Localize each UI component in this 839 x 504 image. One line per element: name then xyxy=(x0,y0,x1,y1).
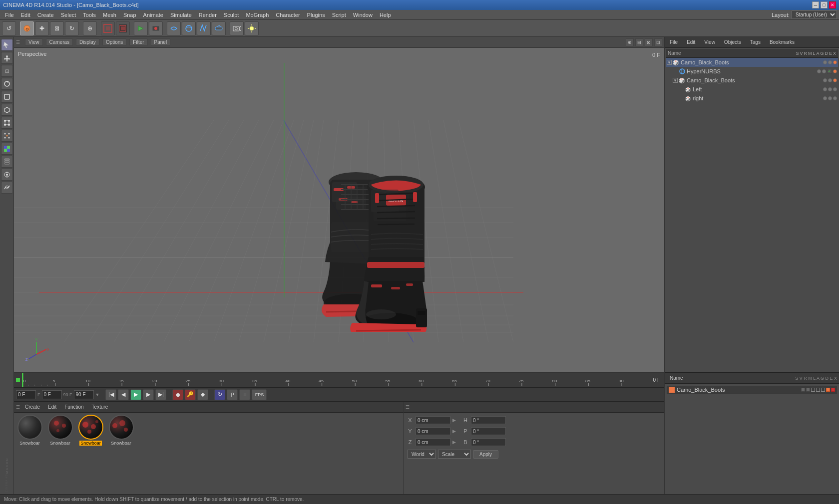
menu-render[interactable]: Render xyxy=(196,11,220,19)
mat-function-menu[interactable]: Function xyxy=(61,404,86,410)
viewport-panel-menu[interactable]: Panel xyxy=(151,38,171,46)
viewport-options-menu[interactable]: Options xyxy=(102,38,126,46)
coord-x-input[interactable] xyxy=(416,416,450,424)
viewport-filter-menu[interactable]: Filter xyxy=(129,38,147,46)
viewport[interactable]: Perspective Y X Z 0 F xyxy=(14,48,664,372)
mat-edit-menu[interactable]: Edit xyxy=(45,404,59,410)
menu-mograph[interactable]: MoGraph xyxy=(243,11,272,19)
sidebar-polygon-mode[interactable] xyxy=(1,104,13,116)
end-frame-input[interactable] xyxy=(74,390,94,399)
sidebar-sculpt[interactable] xyxy=(1,182,13,194)
tool-deformer[interactable] xyxy=(212,21,226,35)
timeline-mode-button[interactable]: ≡ xyxy=(239,389,250,400)
record-button[interactable]: ⏺ xyxy=(172,389,183,400)
add-object-button[interactable]: ⊕ xyxy=(83,21,97,35)
tool-spline[interactable] xyxy=(182,21,196,35)
anim-tool2[interactable] xyxy=(149,21,163,35)
menu-tools[interactable]: Tools xyxy=(80,11,99,19)
coord-b-input[interactable] xyxy=(471,438,506,446)
menu-sculpt[interactable]: Sculpt xyxy=(221,11,242,19)
om-expand-camo-boots-sub[interactable]: ▼ xyxy=(673,78,678,83)
sidebar-scale-tool[interactable]: ⊡ xyxy=(1,65,13,77)
material-swatch-1[interactable]: Snowboar xyxy=(16,415,43,492)
om-check-hn[interactable]: ✓ xyxy=(827,69,832,74)
move-button[interactable]: ✚ xyxy=(35,21,49,35)
viewport-icon-1[interactable]: ⊕ xyxy=(626,38,634,46)
menu-plugins[interactable]: Plugins xyxy=(304,11,328,19)
tool-deform[interactable] xyxy=(167,21,181,35)
sidebar-rotate-tool[interactable] xyxy=(1,78,13,90)
viewport-icon-4[interactable]: ⊡ xyxy=(654,38,662,46)
sidebar-move-tool[interactable] xyxy=(1,52,13,64)
menu-file[interactable]: File xyxy=(2,11,17,19)
loop-mode-button[interactable]: ↻ xyxy=(214,389,225,400)
viewport-view-menu[interactable]: View xyxy=(25,38,43,46)
menu-snap[interactable]: Snap xyxy=(120,11,139,19)
viewport-icon-3[interactable]: ⊠ xyxy=(645,38,653,46)
autokey-button[interactable]: 🔑 xyxy=(185,389,196,400)
close-button[interactable]: ✕ xyxy=(829,1,836,8)
coord-z-arrow[interactable]: ▶ xyxy=(452,440,456,445)
material-swatch-4[interactable]: Snowboar xyxy=(107,415,135,492)
anim-tool1[interactable] xyxy=(134,21,148,35)
om-row-camo-boots-root[interactable]: ▼ 🎲 Camo_Black_Boots xyxy=(666,58,838,67)
sidebar-texture[interactable] xyxy=(1,143,13,155)
om-edit-menu[interactable]: Edit xyxy=(684,39,698,45)
menu-mesh[interactable]: Mesh xyxy=(100,11,119,19)
menu-script[interactable]: Script xyxy=(329,11,349,19)
om-row-hypernurbs[interactable]: HyperNURBS ✓ xyxy=(666,67,838,76)
menu-create[interactable]: Create xyxy=(34,11,57,19)
current-frame-input[interactable] xyxy=(16,390,36,399)
minimize-button[interactable]: ─ xyxy=(812,1,819,8)
sidebar-edge-mode[interactable] xyxy=(1,117,13,129)
sidebar-layers[interactable] xyxy=(1,156,13,168)
om-row-right[interactable]: 🎲 right xyxy=(666,94,838,103)
coord-y-arrow[interactable]: ▶ xyxy=(452,429,456,434)
step-back-button[interactable]: ◀ xyxy=(118,389,129,400)
undo-button[interactable]: ↺ xyxy=(2,21,16,35)
menu-select[interactable]: Select xyxy=(58,11,79,19)
sidebar-object-mode[interactable] xyxy=(1,91,13,103)
coord-p-input[interactable] xyxy=(471,427,506,435)
menu-animate[interactable]: Animate xyxy=(140,11,166,19)
om-expand-camo-boots-root[interactable]: ▼ xyxy=(667,60,672,65)
viewport-icon-2[interactable]: ⊟ xyxy=(635,38,643,46)
select-mode-button[interactable]: ⊙ xyxy=(20,21,34,35)
fps-button[interactable]: FPS xyxy=(252,389,267,400)
timeline-ruler[interactable]: 0 5 10 15 20 25 30 35 xyxy=(14,373,664,388)
motion-system-button[interactable]: P xyxy=(227,389,238,400)
rotate-button[interactable]: ↻ xyxy=(65,21,79,35)
coord-x-arrow[interactable]: ▶ xyxy=(452,418,456,423)
viewport-display-menu[interactable]: Display xyxy=(76,38,99,46)
om-tags-menu[interactable]: Tags xyxy=(747,39,764,45)
menu-edit[interactable]: Edit xyxy=(18,11,33,19)
tool-light[interactable] xyxy=(245,21,259,35)
om-objects-menu[interactable]: Objects xyxy=(721,39,744,45)
viewport-cameras-menu[interactable]: Cameras xyxy=(46,38,73,46)
scale-button[interactable]: ⊠ xyxy=(50,21,64,35)
step-forward-button[interactable]: ▶ xyxy=(143,389,154,400)
coord-h-input[interactable] xyxy=(471,416,506,424)
maximize-button[interactable]: □ xyxy=(821,1,828,8)
om-view-menu[interactable]: View xyxy=(701,39,718,45)
coord-z-input[interactable] xyxy=(416,438,450,446)
material-swatch-3[interactable]: Snowboar xyxy=(77,415,104,492)
render-active[interactable] xyxy=(116,21,130,35)
sidebar-pointer-tool[interactable] xyxy=(1,39,13,51)
tool-camera[interactable] xyxy=(230,21,244,35)
mat-texture-menu[interactable]: Texture xyxy=(89,404,111,410)
menu-character[interactable]: Character xyxy=(273,11,303,19)
sidebar-point-mode[interactable] xyxy=(1,130,13,142)
goto-start-button[interactable]: |◀ xyxy=(105,389,116,400)
menu-simulate[interactable]: Simulate xyxy=(167,11,195,19)
om-file-menu[interactable]: File xyxy=(667,39,681,45)
om-row-camo-boots-sub[interactable]: ▼ 🎲 Camo_Black_Boots xyxy=(666,76,838,85)
om-bookmarks-menu[interactable]: Bookmarks xyxy=(767,39,798,45)
mat-create-menu[interactable]: Create xyxy=(22,404,43,410)
goto-end-button[interactable]: ▶| xyxy=(155,389,166,400)
render-region[interactable] xyxy=(101,21,115,35)
frame-display-input[interactable] xyxy=(42,390,62,399)
material-swatch-2[interactable]: Snowboar xyxy=(46,415,74,492)
sidebar-snapping[interactable] xyxy=(1,169,13,181)
apply-button[interactable]: Apply xyxy=(473,450,498,459)
